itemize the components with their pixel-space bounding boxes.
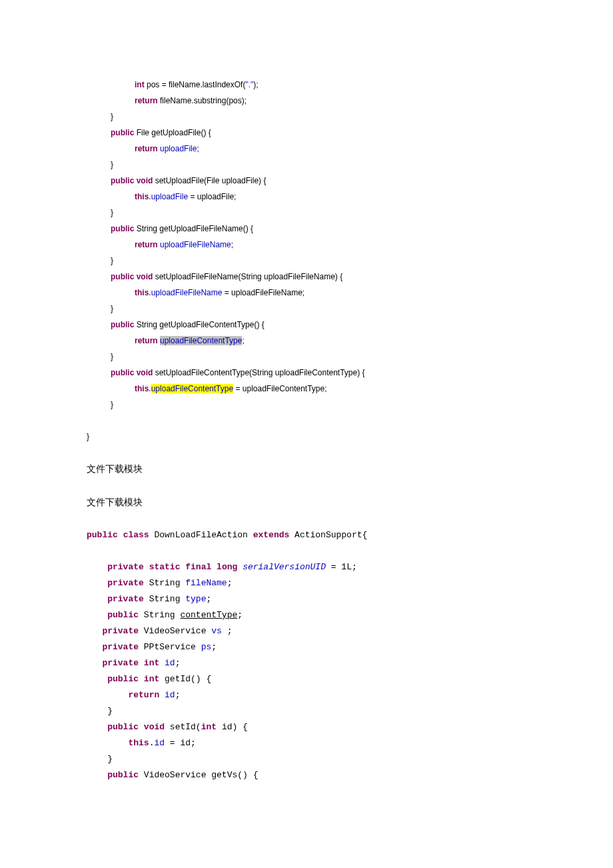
- code-line: }: [87, 349, 526, 365]
- code-line: public String contentType;: [87, 607, 526, 623]
- code-line: }: [87, 397, 526, 413]
- code-line: return uploadFileFileName;: [87, 237, 526, 253]
- section-heading-download-2: 文件下载模块: [87, 494, 526, 511]
- code-line: }: [87, 157, 526, 173]
- code-line: return uploadFile;: [87, 141, 526, 157]
- code-line: public VideoService getVs() {: [87, 767, 526, 783]
- code-line: public class DownLoadFileAction extends …: [87, 527, 526, 543]
- code-line: this.uploadFileFileName = uploadFileFile…: [87, 285, 526, 301]
- code-line: }: [87, 253, 526, 269]
- code-line: public File getUploadFile() {: [87, 125, 526, 141]
- java-code-block-upload: int pos = fileName.lastIndexOf("."); ret…: [87, 77, 526, 445]
- code-line: private String fileName;: [87, 575, 526, 591]
- code-line: public String getUploadFileContentType()…: [87, 317, 526, 333]
- code-line: private int id;: [87, 655, 526, 671]
- code-line: }: [87, 751, 526, 767]
- code-line: }: [87, 301, 526, 317]
- section-heading-download-1: 文件下载模块: [87, 461, 526, 478]
- code-line: }: [87, 429, 526, 445]
- code-line: }: [87, 205, 526, 221]
- code-line: return id;: [87, 687, 526, 703]
- document-page: int pos = fileName.lastIndexOf("."); ret…: [0, 0, 613, 850]
- code-line: int pos = fileName.lastIndexOf(".");: [87, 77, 526, 93]
- code-line: }: [87, 703, 526, 719]
- code-line: public int getId() {: [87, 671, 526, 687]
- code-line: public void setId(int id) {: [87, 719, 526, 735]
- code-line: private static final long serialVersionU…: [87, 559, 526, 575]
- code-line: }: [87, 109, 526, 125]
- code-line: this.uploadFileContentType = uploadFileC…: [87, 381, 526, 397]
- code-line: public String getUploadFileFileName() {: [87, 221, 526, 237]
- code-line: return uploadFileContentType;: [87, 333, 526, 349]
- code-line: private String type;: [87, 591, 526, 607]
- code-line: private VideoService vs ;: [87, 623, 526, 639]
- code-line: public void setUploadFile(File uploadFil…: [87, 173, 526, 189]
- code-line: public void setUploadFileContentType(Str…: [87, 365, 526, 381]
- java-code-block-download: public class DownLoadFileAction extends …: [87, 527, 526, 783]
- code-line: this.uploadFile = uploadFile;: [87, 189, 526, 205]
- code-line: this.id = id;: [87, 735, 526, 751]
- code-line: return fileName.substring(pos);: [87, 93, 526, 109]
- code-line: private PPtService ps;: [87, 639, 526, 655]
- code-line: public void setUploadFileFileName(String…: [87, 269, 526, 285]
